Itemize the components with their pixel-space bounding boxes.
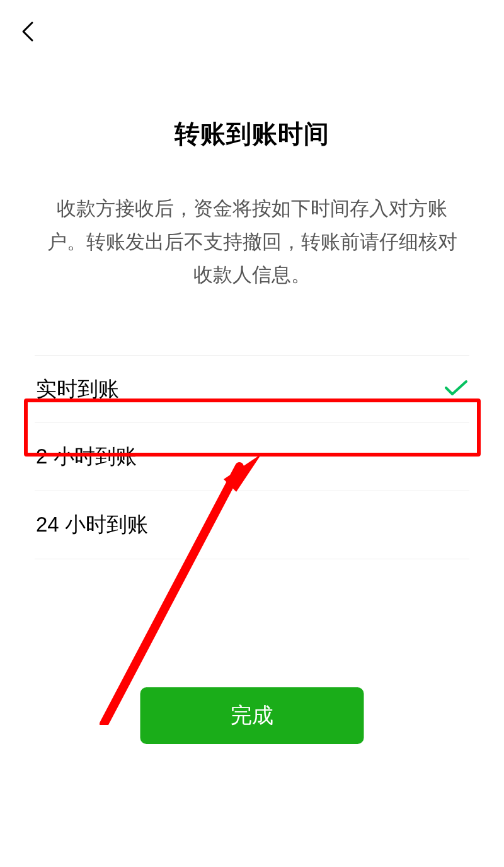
- option-24hours[interactable]: 24 小时到账: [35, 491, 469, 559]
- option-2hours[interactable]: 2 小时到账: [35, 423, 469, 491]
- back-icon[interactable]: [16, 19, 41, 44]
- option-label: 实时到账: [36, 375, 119, 404]
- confirm-button[interactable]: 完成: [140, 687, 364, 744]
- header: [0, 0, 504, 63]
- page-description: 收款方接收后，资金将按如下时间存入对方账户。转账发出后不支持撤回，转账前请仔细核…: [35, 192, 469, 292]
- options-list: 实时到账 2 小时到账 24 小时到账: [35, 355, 469, 559]
- option-label: 24 小时到账: [36, 511, 148, 539]
- content: 转账到账时间 收款方接收后，资金将按如下时间存入对方账户。转账发出后不支持撤回，…: [0, 117, 504, 559]
- option-label: 2 小时到账: [36, 443, 137, 471]
- check-icon: [444, 379, 468, 399]
- option-realtime[interactable]: 实时到账: [35, 355, 469, 423]
- page-title: 转账到账时间: [35, 117, 469, 151]
